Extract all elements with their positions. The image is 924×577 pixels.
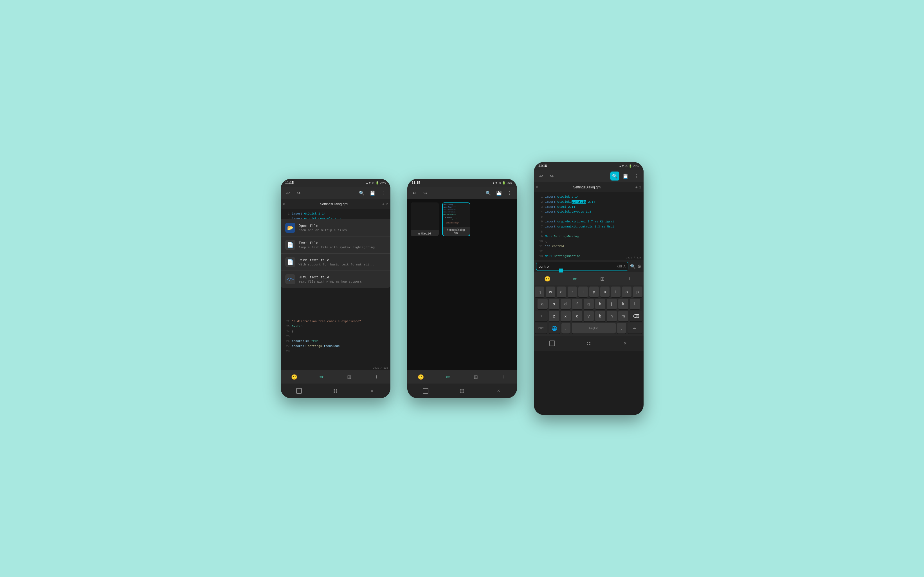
key-z[interactable]: z: [549, 311, 559, 321]
more-button-2[interactable]: ⋮: [505, 189, 514, 197]
code-area-1[interactable]: 1import QtQuick 2.14 2import QtQuick.Con…: [281, 209, 390, 370]
search-query[interactable]: control: [539, 264, 617, 269]
tab-add-1[interactable]: +: [382, 202, 384, 206]
key-u[interactable]: u: [600, 287, 610, 297]
key-e[interactable]: e: [556, 287, 566, 297]
key-m[interactable]: m: [618, 311, 628, 321]
emoji-button-3[interactable]: 🙂: [542, 273, 553, 285]
key-return[interactable]: ↵: [627, 323, 642, 334]
nav-back-1[interactable]: ×: [365, 386, 379, 396]
search-slider-dot: [559, 269, 563, 272]
search-button-1[interactable]: 🔍: [357, 189, 366, 197]
nav-home-3[interactable]: [545, 338, 559, 348]
add-button-3[interactable]: +: [624, 273, 635, 285]
key-q[interactable]: q: [535, 287, 544, 297]
save-button-1[interactable]: 💾: [368, 189, 377, 197]
key-p[interactable]: p: [633, 287, 642, 297]
search-button-2[interactable]: 🔍: [484, 189, 493, 197]
position-indicator-3: 2821 / 123: [626, 256, 641, 259]
tab-num-3: 2: [639, 185, 641, 189]
key-r[interactable]: r: [568, 287, 577, 297]
key-shift[interactable]: ⇧: [535, 311, 548, 321]
tab-label-1[interactable]: SettingsDialog.qml: [287, 202, 381, 206]
pencil-button-3[interactable]: ✏: [569, 273, 581, 285]
search-button-3[interactable]: 🔍: [610, 171, 619, 181]
open-file-menu-item[interactable]: 📂 Open file Open one or multiple files.: [281, 219, 390, 237]
tab-add-3[interactable]: +: [635, 185, 638, 190]
bottom-toolbar-2: 🙂 ✏ ⊞ +: [407, 370, 517, 384]
undo-button-1[interactable]: ↩: [284, 189, 292, 197]
key-x[interactable]: x: [561, 311, 571, 321]
grid-button-3[interactable]: ⊞: [597, 273, 608, 285]
text-file-menu-item[interactable]: 📄 Text file Simple text file with syntax…: [281, 237, 390, 254]
file-thumb-untitled[interactable]: untitled.txt: [411, 203, 439, 236]
status-bar-2: 11:15 ▲▼ ⊙ 🔋 26%: [407, 179, 517, 187]
add-button-2[interactable]: +: [498, 371, 509, 383]
save-button-3[interactable]: 💾: [621, 171, 630, 181]
tab-close-1[interactable]: ×: [283, 202, 285, 206]
key-d[interactable]: d: [561, 299, 571, 309]
undo-button-2[interactable]: ↩: [410, 189, 419, 197]
search-clear-icon[interactable]: ⌫: [617, 264, 622, 268]
text-file-icon: 📄: [285, 240, 295, 250]
nav-back-3[interactable]: ×: [619, 338, 632, 348]
redo-button-2[interactable]: ↪: [421, 189, 430, 197]
grid-button-1[interactable]: ⊞: [343, 371, 355, 383]
key-l[interactable]: l: [630, 299, 640, 309]
key-s[interactable]: s: [549, 299, 559, 309]
nav-home-1[interactable]: [292, 386, 306, 396]
key-t[interactable]: t: [578, 287, 588, 297]
rich-text-menu-item[interactable]: 📄 Rich text file With support for basic …: [281, 254, 390, 271]
key-f[interactable]: f: [572, 299, 582, 309]
key-o[interactable]: o: [622, 287, 632, 297]
nav-bar-1: ×: [281, 384, 390, 398]
key-c[interactable]: c: [572, 311, 582, 321]
tab-label-3[interactable]: SettingsDialog.qml: [540, 185, 634, 189]
add-button-1[interactable]: +: [371, 371, 382, 383]
key-j[interactable]: j: [607, 299, 617, 309]
emoji-button-1[interactable]: 🙂: [289, 371, 300, 383]
more-button-1[interactable]: ⋮: [379, 189, 388, 197]
key-v[interactable]: v: [584, 311, 594, 321]
key-globe[interactable]: 🌐: [549, 323, 560, 334]
redo-button-1[interactable]: ↪: [294, 189, 303, 197]
search-settings-icon[interactable]: ⚙: [637, 264, 641, 269]
key-numpad[interactable]: ?123: [535, 323, 547, 334]
key-w[interactable]: w: [546, 287, 555, 297]
key-backspace[interactable]: ⌫: [630, 311, 642, 321]
key-g[interactable]: g: [584, 299, 594, 309]
file-thumb-settings[interactable]: import QtQuick import QtQuick.Cont impor…: [442, 203, 470, 236]
phone3: 11:16 ▲▼ ⊙ 🔋 26% ↩ ↪ 🔍 💾 ⋮ × SettingsDia…: [534, 162, 643, 415]
key-y[interactable]: y: [589, 287, 599, 297]
key-b[interactable]: b: [595, 311, 605, 321]
position-indicator-1: 2821 / 123: [373, 367, 388, 369]
nav-home-2[interactable]: [419, 386, 432, 396]
search-input-wrap[interactable]: control ⌫ ∧: [536, 262, 628, 271]
nav-recents-1[interactable]: [329, 386, 342, 396]
nav-recents-2[interactable]: [455, 386, 469, 396]
key-comma[interactable]: ,: [561, 323, 571, 334]
key-h[interactable]: h: [595, 299, 605, 309]
key-n[interactable]: n: [607, 311, 617, 321]
save-button-2[interactable]: 💾: [495, 189, 503, 197]
key-k[interactable]: k: [618, 299, 628, 309]
key-period[interactable]: .: [617, 323, 626, 334]
pencil-button-1[interactable]: ✏: [316, 371, 327, 383]
key-a[interactable]: a: [537, 299, 548, 309]
grid-button-2[interactable]: ⊞: [470, 371, 481, 383]
more-button-3[interactable]: ⋮: [632, 171, 641, 181]
pencil-button-2[interactable]: ✏: [443, 371, 454, 383]
key-i[interactable]: i: [611, 287, 621, 297]
search-up-icon[interactable]: ∧: [623, 264, 626, 269]
undo-button-3[interactable]: ↩: [537, 171, 546, 181]
file-name-untitled: untitled.txt: [411, 230, 439, 236]
nav-back-2[interactable]: ×: [492, 386, 505, 396]
code-area-3[interactable]: 1import QtQuick 2.14 2import QtQuick.Con…: [534, 192, 643, 260]
tab-close-3[interactable]: ×: [536, 185, 538, 189]
redo-button-3[interactable]: ↪: [547, 171, 556, 181]
emoji-button-2[interactable]: 🙂: [415, 371, 426, 383]
nav-recents-3[interactable]: [582, 338, 595, 348]
key-space[interactable]: English: [572, 323, 616, 334]
html-text-menu-item[interactable]: </> HTML text file Text file with HTML m…: [281, 271, 390, 288]
search-find-icon[interactable]: 🔍: [630, 264, 636, 269]
